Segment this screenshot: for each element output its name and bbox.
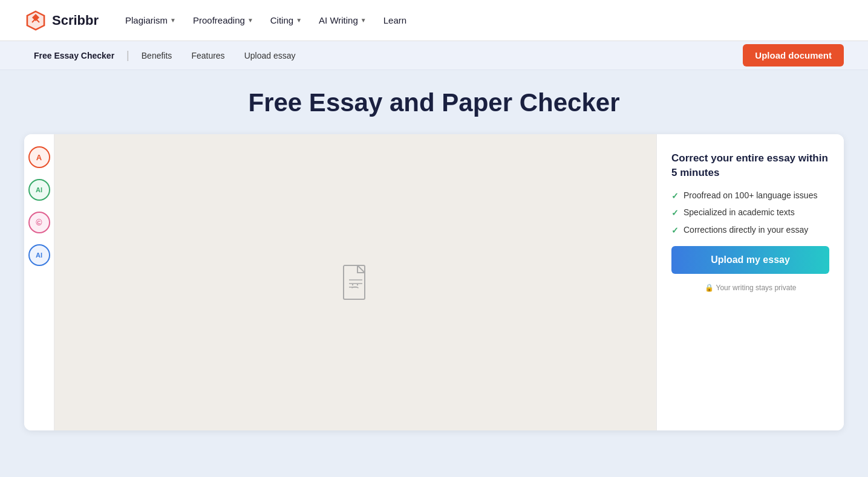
benefit-item-1: ✓ Proofread on 100+ language issues: [671, 190, 829, 203]
upload-document-button[interactable]: Upload document: [743, 44, 844, 67]
chevron-down-icon: ▼: [361, 17, 367, 24]
plagiarism-check-button[interactable]: ©: [28, 212, 50, 233]
page-title: Free Essay and Paper Checker: [24, 88, 844, 117]
check-icon: ✓: [671, 207, 679, 219]
nav-proofreading[interactable]: Proofreading ▼: [186, 10, 261, 30]
right-panel: Correct your entire essay within 5 minut…: [656, 134, 844, 430]
upload-my-essay-button[interactable]: Upload my essay: [671, 246, 829, 274]
nav-citing[interactable]: Citing ▼: [263, 10, 309, 30]
subnav-benefits[interactable]: Benefits: [132, 41, 182, 70]
privacy-note: 🔒 Your writing stays private: [671, 284, 829, 292]
subnav-upload-essay[interactable]: Upload essay: [235, 41, 305, 70]
logo-icon: [24, 9, 47, 32]
logo[interactable]: Scribbr: [24, 9, 99, 32]
logo-text: Scribbr: [52, 13, 99, 28]
check-icon: ✓: [671, 225, 679, 237]
document-icon: [341, 264, 371, 300]
chevron-down-icon: ▼: [247, 17, 253, 24]
benefit-item-2: ✓ Specialized in academic texts: [671, 207, 829, 219]
svg-point-7: [356, 284, 357, 285]
panel-title: Correct your entire essay within 5 minut…: [671, 151, 829, 180]
svg-rect-2: [344, 265, 365, 299]
main-nav: Plagiarism ▼ Proofreading ▼ Citing ▼ AI …: [118, 10, 414, 30]
benefits-list: ✓ Proofread on 100+ language issues ✓ Sp…: [671, 190, 829, 237]
main-content: Free Essay and Paper Checker A AI © AI: [0, 70, 868, 477]
spell-check-button[interactable]: A: [28, 146, 50, 168]
ai-detect-button[interactable]: AI: [28, 179, 50, 201]
editor-area[interactable]: [54, 134, 656, 430]
subnav-features[interactable]: Features: [181, 41, 234, 70]
sub-nav-links: Free Essay Checker | Benefits Features U…: [24, 41, 743, 70]
editor-sidebar: A AI © AI: [24, 134, 54, 430]
chevron-down-icon: ▼: [170, 17, 176, 24]
chevron-down-icon: ▼: [296, 17, 302, 24]
top-bar: Scribbr Plagiarism ▼ Proofreading ▼ Citi…: [0, 0, 868, 41]
ai-search-button[interactable]: AI: [28, 244, 50, 266]
sub-nav: Free Essay Checker | Benefits Features U…: [0, 41, 868, 70]
subnav-free-essay-checker[interactable]: Free Essay Checker: [24, 41, 124, 70]
benefit-item-3: ✓ Corrections directly in your essay: [671, 224, 829, 237]
svg-point-6: [351, 284, 353, 285]
subnav-divider: |: [124, 49, 132, 62]
empty-document-illustration: [341, 264, 371, 300]
nav-learn[interactable]: Learn: [376, 10, 414, 30]
nav-ai-writing[interactable]: AI Writing ▼: [312, 10, 374, 30]
editor-container: A AI © AI: [24, 134, 844, 430]
check-icon: ✓: [671, 190, 679, 203]
lock-icon: 🔒: [705, 284, 714, 292]
nav-plagiarism[interactable]: Plagiarism ▼: [118, 10, 183, 30]
